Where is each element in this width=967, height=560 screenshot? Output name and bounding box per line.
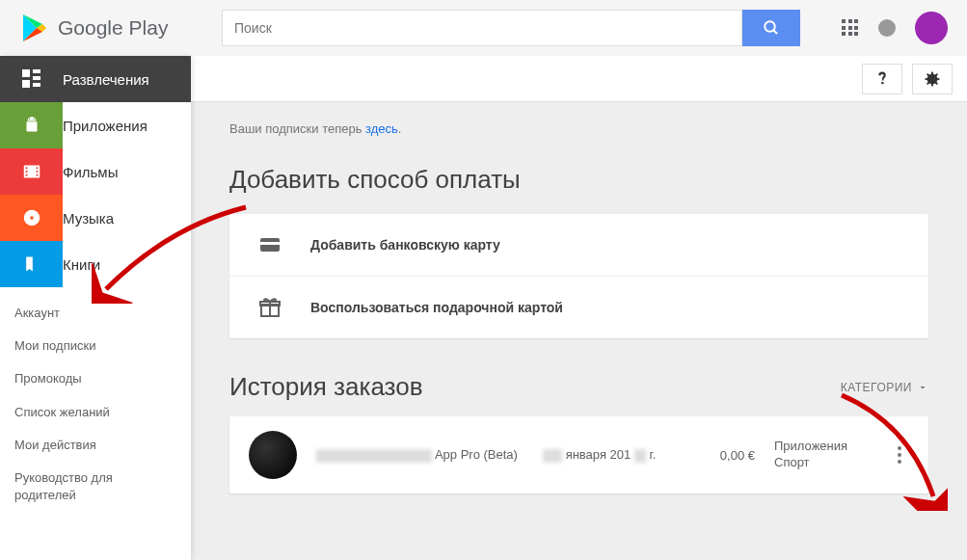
entertainment-icon [0, 56, 63, 102]
main-header [191, 56, 967, 102]
svg-point-8 [33, 119, 34, 120]
svg-point-0 [765, 21, 775, 32]
svg-rect-2 [22, 69, 30, 77]
svg-line-1 [773, 30, 777, 34]
order-menu-button[interactable] [890, 446, 909, 464]
payment-label: Добавить банковскую карту [310, 237, 500, 253]
sidebar-tile-books[interactable]: Книги [0, 241, 191, 287]
svg-rect-19 [260, 242, 280, 245]
movies-icon [0, 148, 63, 195]
search-container [222, 10, 800, 46]
order-history-card: App Pro (Beta) января 201 г. 0,00 € Прил… [229, 416, 928, 493]
sidebar-tile-movies[interactable]: Фильмы [0, 148, 191, 195]
apps-grid-icon[interactable] [842, 19, 859, 37]
svg-rect-13 [36, 167, 38, 169]
order-row: App Pro (Beta) января 201 г. 0,00 € Прил… [229, 416, 928, 493]
order-thumbnail[interactable] [249, 431, 297, 479]
sidebar-tile-label: Приложения [63, 118, 148, 134]
app-header: Google Play [0, 0, 967, 56]
search-icon [763, 19, 780, 37]
sidebar-tile-label: Развлечения [63, 71, 149, 88]
order-date: января 201 г. [543, 447, 678, 463]
sidebar-tile-apps[interactable]: Приложения [0, 102, 191, 148]
sidebar-tile-music[interactable]: Музыка [0, 195, 191, 241]
logo-section[interactable]: Google Play [19, 13, 222, 43]
sidebar-tile-label: Книги [63, 256, 100, 273]
help-icon [873, 70, 891, 88]
sidebar-link-promocodes[interactable]: Промокоды [0, 362, 191, 395]
order-name: App Pro (Beta) [316, 447, 524, 463]
header-right [842, 12, 948, 44]
use-gift-card-row[interactable]: Воспользоваться подарочной картой [229, 277, 928, 338]
order-price: 0,00 € [697, 448, 755, 463]
order-history-title: История заказов [229, 372, 422, 402]
svg-rect-6 [33, 83, 40, 87]
payment-methods-card: Добавить банковскую карту Воспользоватьс… [229, 214, 928, 338]
svg-rect-10 [25, 167, 27, 169]
svg-rect-12 [25, 174, 27, 176]
sidebar-link-account[interactable]: Аккаунт [0, 297, 191, 330]
search-button[interactable] [742, 10, 800, 46]
categories-dropdown[interactable]: КАТЕГОРИИ [841, 381, 928, 394]
help-button[interactable] [862, 64, 902, 94]
svg-rect-4 [33, 76, 40, 80]
history-header: История заказов КАТЕГОРИИ [229, 372, 928, 402]
sidebar-tile-label: Фильмы [63, 164, 118, 180]
svg-rect-15 [36, 174, 38, 176]
sidebar-link-subscriptions[interactable]: Мои подписки [0, 330, 191, 362]
payment-methods-title: Добавить способ оплаты [229, 165, 928, 195]
sidebar-tile-entertainment[interactable]: Развлечения [0, 56, 191, 102]
settings-button[interactable] [912, 64, 953, 94]
avatar[interactable] [915, 12, 948, 44]
add-bank-card-row[interactable]: Добавить банковскую карту [229, 214, 928, 277]
payment-label: Воспользоваться подарочной картой [310, 300, 563, 315]
svg-point-17 [30, 216, 34, 220]
android-icon [0, 102, 63, 148]
notification-icon[interactable] [878, 19, 896, 37]
chevron-down-icon [917, 382, 928, 393]
main-content: Ваши подписки теперь здесь. Добавить спо… [191, 56, 967, 560]
sidebar-link-parents-guide[interactable]: Руководство для родителей [0, 462, 191, 512]
svg-rect-11 [25, 171, 27, 173]
books-icon [0, 241, 63, 287]
svg-rect-14 [36, 171, 38, 173]
logo-text: Google Play [58, 16, 168, 40]
order-category: Приложения Спорт [774, 439, 871, 471]
credit-card-icon [258, 233, 282, 256]
sidebar-link-wishlist[interactable]: Список желаний [0, 396, 191, 429]
svg-rect-3 [33, 69, 40, 73]
svg-point-7 [28, 119, 29, 120]
search-input[interactable] [222, 10, 742, 46]
sidebar-tile-label: Музыка [63, 210, 114, 227]
subscriptions-notice: Ваши подписки теперь здесь. [229, 121, 928, 136]
sidebar-link-activity[interactable]: Мои действия [0, 429, 191, 462]
subscriptions-link[interactable]: здесь [365, 121, 398, 136]
google-play-logo-icon [19, 13, 50, 43]
gear-icon [924, 70, 941, 88]
svg-rect-5 [22, 80, 30, 88]
sidebar-links: Аккаунт Мои подписки Промокоды Список же… [0, 287, 191, 521]
music-icon [0, 195, 63, 241]
sidebar: Развлечения Приложения Фильмы Музыка Кни… [0, 56, 191, 560]
gift-card-icon [258, 296, 282, 319]
